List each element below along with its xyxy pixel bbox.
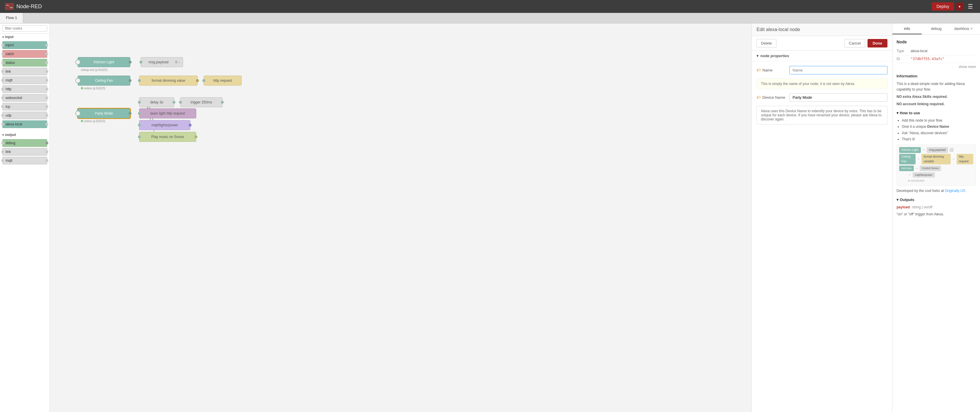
deploy-dropdown-button[interactable]: ▾	[956, 3, 963, 11]
alexa-port-left	[1, 123, 4, 126]
flow-node-ceiling-fan[interactable]: Ceiling Fan online (p:61623)	[78, 76, 130, 86]
flow-node-laser[interactable]: laser light http request	[139, 109, 196, 118]
how-to-use-header[interactable]: ▾ How to use	[897, 110, 976, 117]
app-title: Node-RED	[16, 3, 42, 10]
party-mode-port-in	[75, 111, 81, 116]
diag-arrow-1: →	[922, 147, 926, 153]
name-label: Name	[762, 68, 773, 72]
ceiling-fan-label: Ceiling Fan	[81, 78, 127, 83]
tcp-port-right	[45, 105, 48, 108]
cancel-button[interactable]: Cancel	[845, 39, 865, 48]
sidebar-item-link-out[interactable]: link	[2, 148, 47, 156]
info-tab-info[interactable]: info	[892, 24, 922, 34]
flow-node-play-music[interactable]: Play music on Sonos	[139, 132, 196, 142]
diag-ceiling: Ceiling Fan	[899, 154, 916, 164]
sidebar-item-debug[interactable]: debug	[2, 139, 47, 147]
name-row: 🏷 Name	[757, 66, 888, 74]
device-name-label: Device Name	[762, 95, 785, 100]
format-dim-port-in	[138, 79, 141, 82]
tcp-label: tcp	[6, 105, 10, 109]
http-port-right	[45, 88, 48, 91]
flow-node-format-dim[interactable]: format dimming value	[139, 76, 198, 86]
tabbar: Flow 1	[0, 13, 980, 24]
sidebar-item-mqtt-out[interactable]: mqtt	[2, 157, 47, 164]
node-properties-section[interactable]: ▾ node properties	[752, 51, 892, 61]
sidebar-item-udp[interactable]: udp	[2, 112, 47, 119]
input-section-label: input	[5, 35, 13, 39]
sidebar-item-inject[interactable]: inject	[2, 42, 47, 49]
info-tab-dashboard[interactable]: dashboa ✕	[951, 24, 980, 34]
edit-panel-toolbar: Delete Cancel Done	[752, 36, 892, 51]
flow-node-kitchen-light[interactable]: Kitchen Light /setup.xml (p:61622)	[78, 57, 130, 67]
trigger-port-out	[221, 101, 224, 104]
outputs-section: ▾ Outputs payload string | on/off "on" o…	[897, 197, 976, 217]
sidebar: ▾ input inject catch status	[0, 24, 50, 412]
delay-label: delay 3s	[142, 100, 171, 104]
sidebar-item-status[interactable]: status	[2, 59, 47, 67]
flow-node-mqtt-lights[interactable]: mqtt/lights/power	[139, 120, 190, 130]
done-button[interactable]: Done	[867, 39, 888, 48]
name-input[interactable]	[789, 66, 888, 74]
diag-msgpayload: msg.payload	[927, 147, 948, 153]
diag-format: format dimming variable	[921, 154, 951, 164]
kitchen-light-subtitle: /setup.xml (p:61622)	[81, 68, 108, 72]
deploy-button[interactable]: Deploy	[932, 2, 954, 11]
type-key: Type	[897, 48, 908, 54]
payload-desc: "on" or "off" trigger from Alexa.	[897, 212, 976, 217]
alexa-label: alexa local	[6, 122, 22, 126]
inject-port-left	[1, 44, 4, 46]
delete-button[interactable]: Delete	[757, 39, 776, 48]
diag-arrow-3: →	[917, 156, 920, 162]
sidebar-item-alexa-local[interactable]: alexa local	[2, 120, 47, 128]
mqtt-lights-label: mqtt/lights/power	[142, 123, 187, 127]
diagram-row-4: → mqtt/fan/power	[899, 172, 973, 177]
section-caret: ▾	[757, 54, 759, 58]
id-key: ID	[897, 56, 908, 62]
sidebar-search-container	[0, 24, 49, 34]
sidebar-content: ▾ input inject catch status	[0, 34, 49, 412]
status-port-right	[45, 61, 48, 64]
sidebar-item-tcp[interactable]: tcp	[2, 103, 47, 110]
sidebar-section-output[interactable]: ▾ output	[0, 132, 49, 138]
flow-node-trigger[interactable]: trigger 250ms	[180, 97, 223, 107]
tab-flow1[interactable]: Flow 1	[0, 13, 23, 23]
output-section-caret: ▾	[2, 133, 4, 137]
output-section-label: output	[5, 133, 16, 137]
mqtt-label: mqtt	[6, 78, 12, 82]
sidebar-item-mqtt-in[interactable]: mqtt	[2, 77, 47, 84]
info-tab-debug[interactable]: debug	[922, 24, 951, 34]
diag-arrow-4: →	[952, 156, 955, 162]
how-to-use-section: ▾ How to use Add this node to your flow …	[897, 110, 976, 142]
diag-mqtt-power: mqtt/fan/power	[913, 172, 935, 177]
device-tag-icon: 🏷	[757, 95, 760, 100]
canvas-area: Kitchen Light /setup.xml (p:61622) msg.p…	[50, 24, 751, 412]
flow-node-http-req[interactable]: http request	[204, 76, 242, 86]
info-para-3: NO account linking required.	[897, 101, 976, 107]
no-skills-text: NO extra Alexa Skills required.	[897, 95, 948, 99]
search-input[interactable]	[2, 25, 47, 32]
diag-kidarea: Kid Area	[899, 166, 914, 171]
sidebar-item-http-in[interactable]: http	[2, 85, 47, 93]
logo: Node-RED	[5, 3, 42, 10]
show-more-link[interactable]: show more	[897, 64, 976, 70]
flow-node-delay[interactable]: delay 3s	[139, 97, 174, 107]
type-value: alexa-local	[911, 48, 927, 54]
sidebar-section-input[interactable]: ▾ input	[0, 34, 49, 40]
udp-label: udp	[6, 113, 11, 118]
flow-node-msg-payload[interactable]: msg.payload ≡ ▪	[141, 57, 183, 67]
originally-us-link[interactable]: Originally US	[945, 189, 966, 193]
link-port-right	[45, 70, 48, 73]
device-name-input[interactable]	[789, 93, 888, 102]
link-out-port-right	[45, 150, 48, 153]
sidebar-item-catch[interactable]: catch	[2, 50, 47, 58]
dashboard-tab-close-icon[interactable]: ✕	[970, 27, 973, 31]
sidebar-item-websocket[interactable]: websocket	[2, 94, 47, 102]
outputs-title[interactable]: ▾ Outputs	[897, 197, 976, 203]
toolbar-right: Cancel Done	[845, 39, 888, 48]
flow-node-party-mode[interactable]: Party Mode online (p:62023)	[78, 109, 130, 118]
edit-panel-title: Edit alexa-local node	[757, 27, 800, 32]
info-tab-info-label: info	[904, 26, 910, 31]
hamburger-button[interactable]: ☰	[966, 2, 975, 11]
sidebar-item-link-in[interactable]: link	[2, 68, 47, 75]
diagram-row-1: Kitchen Light → msg.payload ⬜	[899, 147, 973, 153]
